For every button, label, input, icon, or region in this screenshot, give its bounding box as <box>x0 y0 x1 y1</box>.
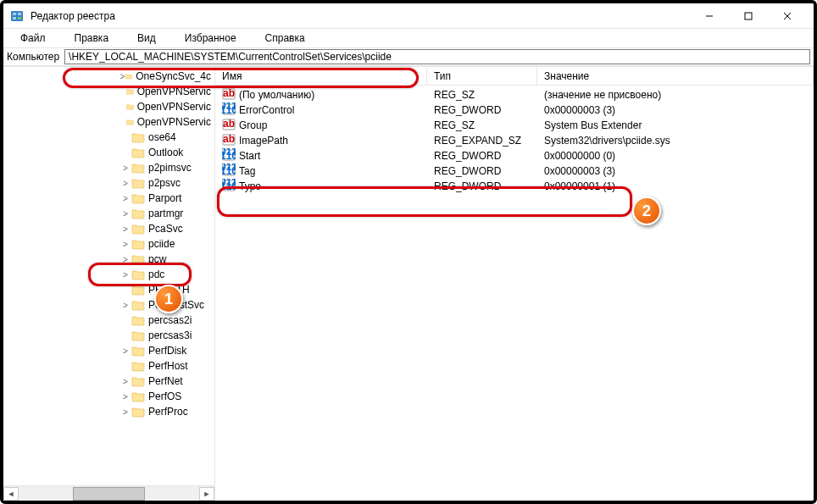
value-type-icon: 011110 <box>222 163 236 180</box>
menu-edit[interactable]: Правка <box>61 30 123 46</box>
tree-item[interactable]: percsas2i <box>3 313 214 328</box>
value-data: System Bus Extender <box>537 119 814 131</box>
tree-item[interactable]: OpenVPNServic <box>3 99 214 114</box>
tree-item-label: percsas2i <box>148 314 192 326</box>
tree-item[interactable]: OpenVPNServic <box>3 84 214 99</box>
values-panel: Имя Тип Значение ab(По умолчанию)REG_SZ(… <box>215 67 814 501</box>
col-value[interactable]: Значение <box>537 67 814 85</box>
titlebar[interactable]: Редактор реестра <box>3 3 814 29</box>
tree-item[interactable]: >pcw <box>3 252 214 267</box>
menu-file[interactable]: Файл <box>7 30 59 46</box>
expander-icon[interactable]: > <box>119 72 125 81</box>
tree-item-label: OpenVPNServic <box>137 116 211 128</box>
expander-icon[interactable]: > <box>119 163 131 173</box>
value-type-icon: ab <box>222 133 236 149</box>
expander-icon[interactable]: > <box>119 179 131 188</box>
svg-text:110: 110 <box>222 180 236 192</box>
tree-item[interactable]: PEAUTH <box>3 282 214 297</box>
tree-item[interactable]: >PcaSvc <box>3 221 214 236</box>
svg-rect-2 <box>18 13 21 15</box>
tree-item-label: partmgr <box>148 208 183 219</box>
list-row[interactable]: ab(По умолчанию)REG_SZ(значение не присв… <box>215 87 814 102</box>
value-type: REG_DWORD <box>427 150 537 162</box>
expander-icon[interactable]: > <box>119 407 131 417</box>
expander-icon[interactable]: > <box>119 377 131 386</box>
value-name: ImagePath <box>239 135 288 147</box>
svg-text:ab: ab <box>223 118 235 130</box>
expander-icon[interactable]: > <box>119 194 131 203</box>
svg-text:110: 110 <box>222 165 236 177</box>
tree-item[interactable]: >PerfProc <box>3 404 214 419</box>
expander-icon[interactable]: > <box>119 392 131 402</box>
col-name[interactable]: Имя <box>215 67 427 85</box>
tree-item-label: PerfHost <box>148 360 188 372</box>
expander-icon[interactable]: > <box>119 255 131 264</box>
tree-item[interactable]: >partmgr <box>3 206 214 221</box>
tree-body[interactable]: >OneSyncSvc_4c OpenVPNServic OpenVPNServ… <box>3 67 214 485</box>
value-name: (По умолчанию) <box>239 89 314 101</box>
tree-item[interactable]: >Parport <box>3 191 214 206</box>
tree-item-label: OneSyncSvc_4c <box>136 70 211 82</box>
svg-rect-6 <box>745 13 752 19</box>
scroll-thumb[interactable] <box>73 487 145 501</box>
expander-icon[interactable]: > <box>119 301 131 310</box>
list-row[interactable]: 011110ErrorControlREG_DWORD0x00000003 (3… <box>215 102 814 118</box>
content-area: >OneSyncSvc_4c OpenVPNServic OpenVPNServ… <box>3 66 814 501</box>
expander-icon[interactable]: > <box>119 209 131 219</box>
address-label: Компьютер <box>7 51 59 63</box>
tree-item[interactable]: >PerfDisk <box>3 343 214 358</box>
value-data: 0x00000000 (0) <box>537 150 814 162</box>
scroll-track[interactable] <box>19 487 199 501</box>
value-type: REG_DWORD <box>427 180 537 192</box>
value-type: REG_EXPAND_SZ <box>427 135 537 147</box>
expander-icon[interactable]: > <box>119 224 131 234</box>
tree-item-label: OpenVPNServic <box>137 101 211 113</box>
tree-item-label: PerfNet <box>148 375 183 387</box>
col-type[interactable]: Тип <box>427 67 537 85</box>
list-row[interactable]: 011110TypeREG_DWORD0x00000001 (1) <box>215 179 814 194</box>
tree-item[interactable]: >p2psvc <box>3 175 214 191</box>
menu-view[interactable]: Вид <box>124 30 170 46</box>
regedit-icon <box>10 9 24 23</box>
tree-item[interactable]: >PerfOS <box>3 389 214 404</box>
maximize-button[interactable] <box>729 3 768 29</box>
tree-item-label: Parport <box>148 192 181 204</box>
svg-rect-4 <box>18 17 21 19</box>
value-name: Type <box>239 180 261 192</box>
address-bar: Компьютер <box>3 47 814 66</box>
tree-item-label: OpenVPNServic <box>137 86 211 97</box>
list-row[interactable]: 011110StartREG_DWORD0x00000000 (0) <box>215 148 814 163</box>
tree-hscrollbar[interactable]: ◄ ► <box>3 485 214 501</box>
list-row[interactable]: abImagePathREG_EXPAND_SZSystem32\drivers… <box>215 133 814 148</box>
list-body[interactable]: ab(По умолчанию)REG_SZ(значение не присв… <box>215 86 814 501</box>
tree-item-label: PerfProc <box>148 406 188 418</box>
value-name: Group <box>239 119 267 131</box>
minimize-button[interactable] <box>690 3 729 29</box>
expander-icon[interactable]: > <box>119 346 131 356</box>
close-button[interactable] <box>768 3 807 29</box>
tree-panel: >OneSyncSvc_4c OpenVPNServic OpenVPNServ… <box>3 67 215 501</box>
tree-item[interactable]: ose64 <box>3 130 214 145</box>
scroll-left-button[interactable]: ◄ <box>3 487 19 501</box>
tree-item[interactable]: PerfHost <box>3 358 214 374</box>
menu-help[interactable]: Справка <box>252 30 319 46</box>
tree-item[interactable]: >p2pimsvc <box>3 160 214 175</box>
value-type: REG_DWORD <box>427 104 537 116</box>
list-row[interactable]: 011110TagREG_DWORD0x00000003 (3) <box>215 163 814 179</box>
tree-item[interactable]: >pdc <box>3 267 214 282</box>
expander-icon[interactable]: > <box>119 270 131 280</box>
tree-item[interactable]: OpenVPNServic <box>3 114 214 130</box>
tree-item-label: p2pimsvc <box>148 162 192 174</box>
expander-icon[interactable]: > <box>119 240 131 249</box>
list-header: Имя Тип Значение <box>215 67 814 86</box>
tree-item[interactable]: >pciide <box>3 236 214 252</box>
scroll-right-button[interactable]: ► <box>199 487 214 501</box>
value-type-icon: ab <box>222 118 236 134</box>
tree-item[interactable]: >PerfNet <box>3 374 214 389</box>
tree-item[interactable]: >OneSyncSvc_4c <box>3 69 214 84</box>
list-row[interactable]: abGroupREG_SZSystem Bus Extender <box>215 118 814 133</box>
tree-item[interactable]: Outlook <box>3 145 214 160</box>
menu-favorites[interactable]: Избранное <box>171 30 250 46</box>
address-input[interactable] <box>64 49 810 64</box>
tree-item[interactable]: percsas3i <box>3 328 214 343</box>
